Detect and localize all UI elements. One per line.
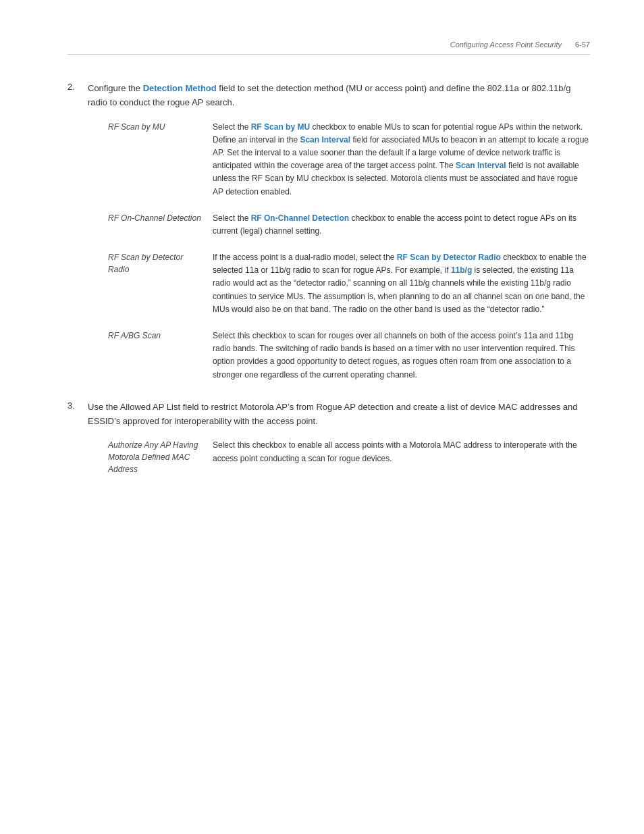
step-2-highlight: Detection Method xyxy=(143,83,217,93)
step-3-definitions: Authorize Any AP Having Motorola Defined… xyxy=(108,439,590,475)
def-term-rf-abg-scan: RF A/BG Scan xyxy=(108,330,213,342)
step-3: 3. Use the Allowed AP List field to rest… xyxy=(68,400,590,476)
step-2-text: Configure the Detection Method field to … xyxy=(88,82,590,110)
def-desc-rf-scan-detector: If the access point is a dual-radio mode… xyxy=(213,251,590,316)
step-3-text: Use the Allowed AP List field to restric… xyxy=(88,400,590,429)
page-container: Configuring Access Point Security 6-57 2… xyxy=(0,0,644,834)
step-3-header: 3. Use the Allowed AP List field to rest… xyxy=(68,400,590,429)
11bg-link: 11b/g xyxy=(451,265,472,275)
def-term-rf-scan-detector: RF Scan by Detector Radio xyxy=(108,251,213,276)
step-2-definitions: RF Scan by MU Select the RF Scan by MU c… xyxy=(108,121,590,382)
step-2-number: 2. xyxy=(68,82,88,92)
def-row-rf-on-channel: RF On-Channel Detection Select the RF On… xyxy=(108,212,590,238)
def-desc-rf-on-channel: Select the RF On-Channel Detection check… xyxy=(213,212,590,238)
def-row-rf-scan-detector: RF Scan by Detector Radio If the access … xyxy=(108,251,590,316)
header-title: Configuring Access Point Security xyxy=(450,41,562,49)
def-term-rf-on-channel: RF On-Channel Detection xyxy=(108,212,213,224)
def-row-rf-abg-scan: RF A/BG Scan Select this checkbox to sca… xyxy=(108,330,590,382)
header-page-number: 6-57 xyxy=(575,41,590,49)
step-2: 2. Configure the Detection Method field … xyxy=(68,82,590,382)
rf-scan-mu-link: RF Scan by MU xyxy=(251,122,310,132)
page-header: Configuring Access Point Security 6-57 xyxy=(68,41,590,55)
rf-on-channel-link: RF On-Channel Detection xyxy=(251,213,349,223)
def-desc-rf-abg-scan: Select this checkbox to scan for rouges … xyxy=(213,330,590,382)
def-desc-authorize-ap: Select this checkbox to enable all acces… xyxy=(213,439,590,465)
step-2-header: 2. Configure the Detection Method field … xyxy=(68,82,590,110)
def-desc-rf-scan-mu: Select the RF Scan by MU checkbox to ena… xyxy=(213,121,590,199)
scan-interval-link-1: Scan Interval xyxy=(300,135,350,145)
def-row-rf-scan-mu: RF Scan by MU Select the RF Scan by MU c… xyxy=(108,121,590,199)
rf-scan-detector-link: RF Scan by Detector Radio xyxy=(397,253,501,262)
def-term-authorize-ap: Authorize Any AP Having Motorola Defined… xyxy=(108,439,213,475)
def-row-authorize-ap: Authorize Any AP Having Motorola Defined… xyxy=(108,439,590,475)
step-3-highlight: Allowed AP List xyxy=(120,402,180,412)
scan-interval-link-2: Scan Interval xyxy=(456,161,506,170)
step-3-number: 3. xyxy=(68,400,88,411)
def-term-rf-scan-mu: RF Scan by MU xyxy=(108,121,213,133)
